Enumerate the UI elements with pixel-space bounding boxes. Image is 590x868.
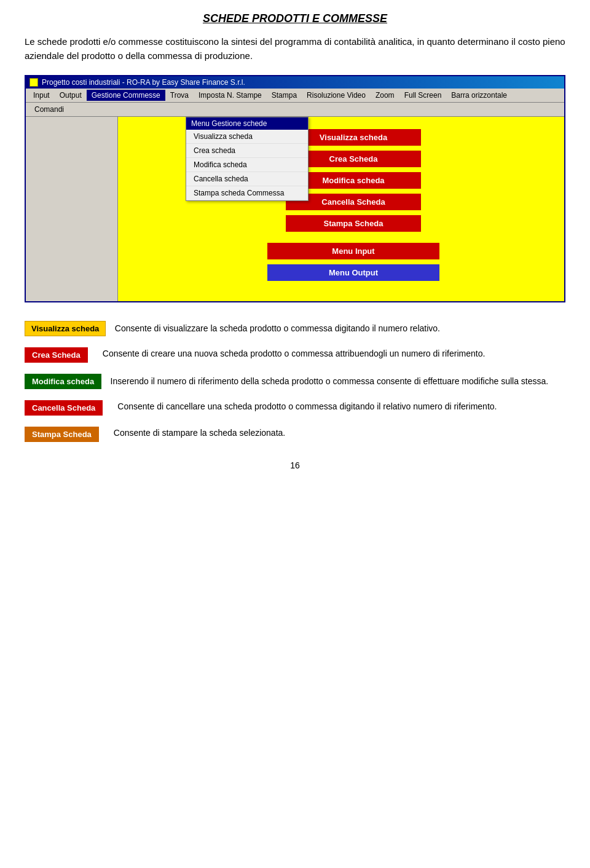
menu-full-screen[interactable]: Full Screen: [399, 90, 447, 101]
description-section: Visualizza scheda Consente di visualizza…: [25, 321, 565, 442]
dropdown-item-crea[interactable]: Crea scheda: [186, 144, 308, 158]
app-content: Menu Gestione schede Visualizza scheda C…: [26, 117, 564, 301]
menu-trova[interactable]: Trova: [165, 90, 194, 101]
menu-imposta-stampe[interactable]: Imposta N. Stampe: [194, 90, 267, 101]
menu-output[interactable]: Output: [55, 90, 87, 101]
dropdown-item-cancella[interactable]: Cancella scheda: [186, 172, 308, 186]
left-panel: [26, 117, 118, 301]
label-crea: Crea Scheda: [25, 347, 88, 363]
label-stampa: Stampa Scheda: [25, 427, 99, 442]
label-cancella: Cancella Scheda: [25, 400, 103, 416]
toolbar-comandi[interactable]: Comandi: [30, 104, 69, 115]
title-bar: Progetto costi industriali - RO-RA by Ea…: [26, 76, 564, 89]
text-crea: Consente di creare una nuova scheda prod…: [103, 347, 486, 360]
app-icon: [30, 78, 38, 87]
desc-modifica: Modifica scheda Inserendo il numero di r…: [25, 374, 565, 389]
btn-stampa-scheda[interactable]: Stampa Scheda: [286, 215, 421, 232]
text-cancella: Consente di cancellare una scheda prodot…: [117, 400, 497, 413]
desc-cancella: Cancella Scheda Consente di cancellare u…: [25, 400, 565, 416]
menu-risoluzione-video[interactable]: Risoluzione Video: [302, 90, 371, 101]
desc-visualizza: Visualizza scheda Consente di visualizza…: [25, 321, 565, 336]
desc-crea: Crea Scheda Consente di creare una nuova…: [25, 347, 565, 363]
text-stampa: Consente di stampare la scheda seleziona…: [114, 427, 285, 440]
app-window: Progetto costi industriali - RO-RA by Ea…: [25, 75, 565, 302]
menu-stampa[interactable]: Stampa: [267, 90, 302, 101]
menu-bar: Input Output Gestione Commesse Trova Imp…: [26, 89, 564, 103]
intro-text: Le schede prodotti e/o commesse costitui…: [25, 35, 565, 63]
text-modifica: Inserendo il numero di riferimento della…: [111, 376, 549, 386]
text-visualizza: Consente di visualizzare la scheda prodo…: [115, 323, 440, 333]
menu-gestione-commesse[interactable]: Gestione Commesse: [87, 90, 165, 101]
page-number: 16: [25, 460, 565, 470]
menu-zoom[interactable]: Zoom: [371, 90, 399, 101]
right-panel: Visualizza scheda Crea Scheda Modifica s…: [118, 117, 564, 301]
menu-input[interactable]: Input: [28, 90, 55, 101]
page-title: SCHEDE PRODOTTI E COMMESSE: [25, 12, 565, 25]
menu-barra-orizzontale[interactable]: Barra orizzontale: [446, 90, 512, 101]
btn-menu-output[interactable]: Menu Output: [267, 264, 439, 281]
dropdown-header: Menu Gestione schede: [186, 117, 308, 130]
dropdown-item-modifica[interactable]: Modifica scheda: [186, 158, 308, 172]
dropdown-item-stampa[interactable]: Stampa scheda Commessa: [186, 186, 308, 200]
dropdown-item-visualizza[interactable]: Visualizza scheda: [186, 130, 308, 144]
toolbar: Comandi: [26, 103, 564, 117]
label-modifica: Modifica scheda: [25, 374, 101, 389]
label-visualizza: Visualizza scheda: [25, 321, 106, 336]
dropdown-menu: Menu Gestione schede Visualizza scheda C…: [186, 117, 309, 201]
desc-stampa: Stampa Scheda Consente di stampare la sc…: [25, 427, 565, 442]
title-bar-text: Progetto costi industriali - RO-RA by Ea…: [42, 78, 245, 87]
btn-menu-input[interactable]: Menu Input: [267, 243, 439, 259]
